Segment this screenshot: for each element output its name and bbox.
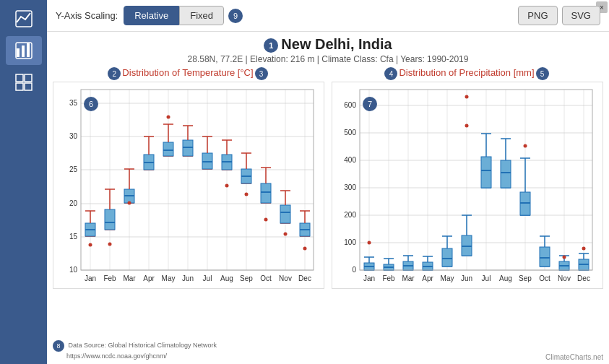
svg-text:Nov: Nov bbox=[558, 274, 571, 282]
svg-rect-6 bbox=[25, 74, 32, 82]
svg-point-113 bbox=[264, 218, 268, 222]
temp-badge2: 2 bbox=[108, 67, 121, 80]
sidebar bbox=[0, 0, 47, 364]
svg-text:Jul: Jul bbox=[203, 274, 212, 282]
svg-text:Aug: Aug bbox=[499, 274, 512, 282]
svg-text:400: 400 bbox=[344, 156, 356, 164]
svg-rect-3 bbox=[27, 43, 30, 57]
svg-text:30: 30 bbox=[69, 132, 78, 140]
temp-chart-area: 10 15 20 25 30 35 6 Jan Feb Mar Apr May … bbox=[53, 82, 324, 289]
svg-text:Oct: Oct bbox=[260, 274, 272, 282]
precip-boxplot-dec bbox=[579, 247, 589, 271]
svg-text:Sep: Sep bbox=[519, 274, 532, 282]
export-svg-button[interactable]: SVG bbox=[562, 6, 600, 25]
temp-boxplot-apr bbox=[144, 136, 154, 170]
footer-badge: 8 bbox=[53, 340, 64, 352]
footer: 8 Data Source: Global Historical Climato… bbox=[53, 340, 603, 361]
scaling-fixed-button[interactable]: Fixed bbox=[179, 6, 224, 25]
temp-boxplot-jun bbox=[183, 126, 193, 156]
svg-text:300: 300 bbox=[344, 183, 356, 191]
svg-rect-229 bbox=[540, 247, 550, 266]
topbar: Y-Axis Scaling: Relative Fixed 9 PNG SVG bbox=[47, 0, 609, 32]
svg-text:Dec: Dec bbox=[298, 274, 311, 282]
svg-text:Dec: Dec bbox=[577, 274, 590, 282]
svg-point-127 bbox=[303, 247, 307, 251]
svg-text:Apr: Apr bbox=[143, 274, 155, 282]
svg-text:100: 100 bbox=[344, 238, 356, 246]
svg-rect-76 bbox=[163, 142, 173, 156]
sidebar-item-linechart[interactable] bbox=[6, 4, 42, 33]
precip-chart-area: 0 100 200 300 400 500 600 7 Jan Feb Mar … bbox=[332, 82, 603, 289]
export-png-button[interactable]: PNG bbox=[518, 6, 557, 25]
svg-text:7: 7 bbox=[368, 100, 372, 108]
svg-rect-109 bbox=[261, 183, 271, 203]
precip-boxplot-may bbox=[442, 236, 452, 266]
precip-chart-svg: 0 100 200 300 400 500 600 7 Jan Feb Mar … bbox=[332, 82, 600, 288]
title-badge: 1 bbox=[264, 38, 278, 53]
yaxis-scaling-label: Y-Axis Scaling: bbox=[56, 10, 118, 21]
svg-text:10: 10 bbox=[69, 266, 78, 274]
svg-text:Feb: Feb bbox=[382, 274, 395, 282]
svg-text:35: 35 bbox=[69, 99, 78, 107]
footer-source: 8 Data Source: Global Historical Climato… bbox=[53, 340, 217, 361]
svg-rect-216 bbox=[501, 160, 511, 188]
svg-rect-1 bbox=[17, 48, 20, 57]
scaling-btn-group: Relative Fixed bbox=[124, 6, 224, 25]
svg-text:500: 500 bbox=[344, 129, 356, 136]
svg-point-67 bbox=[128, 202, 131, 205]
svg-text:6: 6 bbox=[89, 100, 93, 108]
svg-point-120 bbox=[284, 233, 288, 236]
main-content: × Y-Axis Scaling: Relative Fixed 9 PNG S… bbox=[47, 0, 609, 364]
svg-point-53 bbox=[89, 243, 92, 247]
temp-chart-container: 2Distribution of Temperature [°C]3 bbox=[53, 67, 324, 289]
sidebar-item-barchart[interactable] bbox=[6, 36, 42, 65]
svg-rect-116 bbox=[280, 205, 290, 223]
precip-chart-subtitle: 4Distribution of Precipitation [mm]5 bbox=[332, 67, 603, 80]
meta-info: 28.58N, 77.2E | Elevation: 216 m | Clima… bbox=[47, 54, 609, 64]
svg-text:25: 25 bbox=[69, 165, 78, 173]
city-title: 1New Delhi, India bbox=[47, 36, 609, 53]
svg-text:Sep: Sep bbox=[240, 274, 253, 282]
scaling-relative-button[interactable]: Relative bbox=[124, 6, 179, 25]
temp-chart-svg: 10 15 20 25 30 35 6 Jan Feb Mar Apr May … bbox=[53, 82, 321, 288]
precip-boxplot-jul bbox=[481, 134, 491, 188]
sidebar-item-grid[interactable] bbox=[6, 68, 42, 97]
svg-point-99 bbox=[225, 184, 229, 188]
svg-text:Nov: Nov bbox=[279, 274, 292, 282]
svg-text:Jan: Jan bbox=[363, 274, 375, 282]
svg-text:Mar: Mar bbox=[402, 274, 415, 282]
svg-rect-8 bbox=[25, 83, 32, 90]
svg-text:May: May bbox=[441, 274, 454, 282]
svg-rect-210 bbox=[481, 157, 491, 188]
precip-boxplot-apr bbox=[423, 256, 433, 270]
svg-text:Jun: Jun bbox=[461, 274, 472, 282]
temp-chart-subtitle: 2Distribution of Temperature [°C]3 bbox=[53, 67, 324, 80]
svg-rect-128 bbox=[81, 90, 314, 270]
scaling-badge: 9 bbox=[228, 9, 243, 23]
svg-rect-5 bbox=[16, 74, 23, 82]
svg-text:Mar: Mar bbox=[123, 274, 136, 282]
temp-boxplot-jul bbox=[202, 136, 212, 169]
svg-point-106 bbox=[245, 193, 249, 196]
svg-text:600: 600 bbox=[344, 101, 356, 109]
svg-point-226 bbox=[524, 144, 527, 148]
precip-boxplot-nov bbox=[559, 256, 569, 271]
svg-text:Jan: Jan bbox=[85, 274, 96, 282]
temp-boxplot-mar bbox=[124, 169, 134, 205]
title-section: 1New Delhi, India 28.58N, 77.2E | Elevat… bbox=[47, 32, 609, 66]
svg-point-207 bbox=[465, 124, 469, 128]
svg-point-246 bbox=[582, 247, 586, 251]
svg-point-206 bbox=[465, 95, 469, 99]
svg-text:May: May bbox=[162, 274, 176, 282]
temp-badge3: 3 bbox=[255, 67, 268, 80]
svg-rect-196 bbox=[442, 248, 452, 266]
svg-text:Aug: Aug bbox=[220, 274, 233, 282]
svg-point-80 bbox=[167, 116, 170, 119]
svg-text:0: 0 bbox=[352, 266, 356, 274]
svg-text:Jun: Jun bbox=[182, 274, 194, 282]
svg-point-60 bbox=[108, 243, 112, 246]
svg-text:Jul: Jul bbox=[482, 274, 491, 282]
precip-boxplot-oct bbox=[540, 236, 550, 266]
export-buttons: PNG SVG bbox=[518, 6, 600, 25]
svg-rect-2 bbox=[22, 46, 25, 57]
